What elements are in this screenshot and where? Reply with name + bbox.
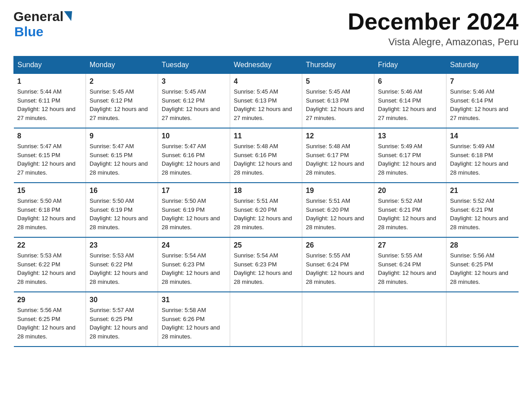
daylight-label: Daylight: 12 hours and 28 minutes. (17, 324, 76, 340)
day-number: 4 (234, 77, 298, 86)
calendar-cell: 23 Sunrise: 5:53 AM Sunset: 6:22 PM Dayl… (86, 237, 158, 292)
daylight-label: Daylight: 12 hours and 28 minutes. (162, 215, 220, 231)
daylight-label: Daylight: 12 hours and 28 minutes. (234, 160, 292, 176)
day-number: 15 (17, 187, 82, 195)
sunset-label: Sunset: 6:25 PM (450, 261, 493, 268)
logo-triangle-icon (64, 11, 72, 21)
calendar-cell: 27 Sunrise: 5:55 AM Sunset: 6:24 PM Dayl… (374, 237, 446, 292)
title-block: December 2024 Vista Alegre, Amazonas, Pe… (348, 9, 519, 48)
calendar-cell: 6 Sunrise: 5:46 AM Sunset: 6:14 PM Dayli… (374, 74, 446, 128)
day-number: 5 (306, 77, 370, 86)
calendar-cell: 2 Sunrise: 5:45 AM Sunset: 6:12 PM Dayli… (86, 74, 158, 128)
col-tuesday: Tuesday (158, 56, 230, 74)
col-saturday: Saturday (446, 56, 519, 74)
calendar-cell: 21 Sunrise: 5:52 AM Sunset: 6:21 PM Dayl… (446, 183, 519, 237)
logo: General Blue (13, 9, 72, 39)
day-info: Sunrise: 5:48 AM Sunset: 6:16 PM Dayligh… (234, 142, 298, 177)
daylight-label: Daylight: 12 hours and 27 minutes. (17, 160, 76, 176)
daylight-label: Daylight: 12 hours and 28 minutes. (17, 270, 76, 285)
sunrise-label: Sunrise: 5:53 AM (90, 252, 134, 259)
daylight-label: Daylight: 12 hours and 28 minutes. (90, 215, 148, 231)
sunrise-label: Sunrise: 5:51 AM (234, 197, 278, 204)
day-info: Sunrise: 5:47 AM Sunset: 6:15 PM Dayligh… (17, 142, 82, 177)
location-subtitle: Vista Alegre, Amazonas, Peru (348, 36, 519, 48)
sunrise-label: Sunrise: 5:52 AM (378, 197, 422, 204)
sunrise-label: Sunrise: 5:49 AM (450, 143, 494, 150)
col-sunday: Sunday (14, 56, 86, 74)
sunrise-label: Sunrise: 5:48 AM (306, 143, 350, 150)
daylight-label: Daylight: 12 hours and 28 minutes. (306, 215, 364, 231)
daylight-label: Daylight: 12 hours and 28 minutes. (378, 270, 436, 285)
day-info: Sunrise: 5:53 AM Sunset: 6:22 PM Dayligh… (17, 251, 82, 286)
calendar-cell: 20 Sunrise: 5:52 AM Sunset: 6:21 PM Dayl… (374, 183, 446, 237)
day-number: 13 (378, 132, 442, 140)
day-number: 27 (378, 241, 442, 249)
daylight-label: Daylight: 12 hours and 28 minutes. (234, 270, 292, 285)
day-info: Sunrise: 5:46 AM Sunset: 6:14 PM Dayligh… (450, 87, 515, 122)
day-info: Sunrise: 5:47 AM Sunset: 6:15 PM Dayligh… (90, 142, 154, 177)
day-info: Sunrise: 5:45 AM Sunset: 6:13 PM Dayligh… (234, 87, 298, 122)
sunset-label: Sunset: 6:12 PM (162, 97, 205, 104)
sunset-label: Sunset: 6:21 PM (450, 206, 493, 213)
day-number: 12 (306, 132, 370, 140)
daylight-label: Daylight: 12 hours and 28 minutes. (17, 215, 76, 231)
sunset-label: Sunset: 6:19 PM (90, 206, 133, 213)
day-number: 28 (450, 241, 515, 249)
day-number: 26 (306, 241, 370, 249)
day-info: Sunrise: 5:55 AM Sunset: 6:24 PM Dayligh… (378, 251, 442, 286)
sunrise-label: Sunrise: 5:52 AM (450, 197, 494, 204)
logo-general-text: General (13, 9, 64, 24)
sunset-label: Sunset: 6:20 PM (306, 206, 349, 213)
day-number: 17 (162, 187, 226, 195)
sunset-label: Sunset: 6:19 PM (162, 206, 205, 213)
day-number: 23 (90, 241, 154, 249)
day-info: Sunrise: 5:53 AM Sunset: 6:22 PM Dayligh… (90, 251, 154, 286)
daylight-label: Daylight: 12 hours and 28 minutes. (378, 160, 436, 176)
day-info: Sunrise: 5:50 AM Sunset: 6:18 PM Dayligh… (17, 197, 82, 231)
sunset-label: Sunset: 6:13 PM (234, 97, 277, 104)
calendar-week-row: 15 Sunrise: 5:50 AM Sunset: 6:18 PM Dayl… (14, 183, 519, 237)
calendar-cell: 25 Sunrise: 5:54 AM Sunset: 6:23 PM Dayl… (230, 237, 302, 292)
day-info: Sunrise: 5:57 AM Sunset: 6:25 PM Dayligh… (90, 306, 154, 341)
sunset-label: Sunset: 6:16 PM (162, 152, 205, 158)
calendar-cell: 26 Sunrise: 5:55 AM Sunset: 6:24 PM Dayl… (302, 237, 374, 292)
calendar-cell: 14 Sunrise: 5:49 AM Sunset: 6:18 PM Dayl… (446, 128, 519, 183)
daylight-label: Daylight: 12 hours and 28 minutes. (162, 160, 220, 176)
day-number: 6 (378, 77, 442, 86)
calendar-cell: 8 Sunrise: 5:47 AM Sunset: 6:15 PM Dayli… (14, 128, 86, 183)
day-info: Sunrise: 5:58 AM Sunset: 6:26 PM Dayligh… (162, 306, 226, 341)
day-number: 22 (17, 241, 82, 249)
sunrise-label: Sunrise: 5:54 AM (162, 252, 206, 259)
sunset-label: Sunset: 6:22 PM (17, 261, 60, 268)
sunset-label: Sunset: 6:24 PM (378, 261, 421, 268)
daylight-label: Daylight: 12 hours and 27 minutes. (234, 106, 292, 121)
daylight-label: Daylight: 12 hours and 28 minutes. (378, 215, 436, 231)
day-info: Sunrise: 5:45 AM Sunset: 6:13 PM Dayligh… (306, 87, 370, 122)
daylight-label: Daylight: 12 hours and 28 minutes. (90, 324, 148, 340)
daylight-label: Daylight: 12 hours and 27 minutes. (17, 106, 76, 121)
sunset-label: Sunset: 6:18 PM (450, 152, 493, 158)
daylight-label: Daylight: 12 hours and 28 minutes. (306, 160, 364, 176)
sunrise-label: Sunrise: 5:53 AM (17, 252, 62, 259)
sunrise-label: Sunrise: 5:54 AM (234, 252, 278, 259)
sunrise-label: Sunrise: 5:57 AM (90, 307, 134, 313)
calendar-cell: 18 Sunrise: 5:51 AM Sunset: 6:20 PM Dayl… (230, 183, 302, 237)
day-info: Sunrise: 5:44 AM Sunset: 6:11 PM Dayligh… (17, 87, 82, 122)
calendar-cell: 3 Sunrise: 5:45 AM Sunset: 6:12 PM Dayli… (158, 74, 230, 128)
daylight-label: Daylight: 12 hours and 28 minutes. (162, 270, 220, 285)
sunrise-label: Sunrise: 5:50 AM (162, 197, 206, 204)
day-number: 3 (162, 77, 226, 86)
sunset-label: Sunset: 6:23 PM (162, 261, 205, 268)
sunrise-label: Sunrise: 5:47 AM (162, 143, 206, 150)
logo-blue-text: Blue (14, 24, 72, 39)
day-info: Sunrise: 5:54 AM Sunset: 6:23 PM Dayligh… (234, 251, 298, 286)
day-info: Sunrise: 5:45 AM Sunset: 6:12 PM Dayligh… (162, 87, 226, 122)
daylight-label: Daylight: 12 hours and 28 minutes. (450, 160, 508, 176)
sunset-label: Sunset: 6:15 PM (17, 152, 60, 158)
calendar-cell: 19 Sunrise: 5:51 AM Sunset: 6:20 PM Dayl… (302, 183, 374, 237)
day-number: 14 (450, 132, 515, 140)
daylight-label: Daylight: 12 hours and 28 minutes. (90, 270, 148, 285)
sunrise-label: Sunrise: 5:51 AM (306, 197, 350, 204)
calendar-cell: 11 Sunrise: 5:48 AM Sunset: 6:16 PM Dayl… (230, 128, 302, 183)
day-number: 7 (450, 77, 515, 86)
